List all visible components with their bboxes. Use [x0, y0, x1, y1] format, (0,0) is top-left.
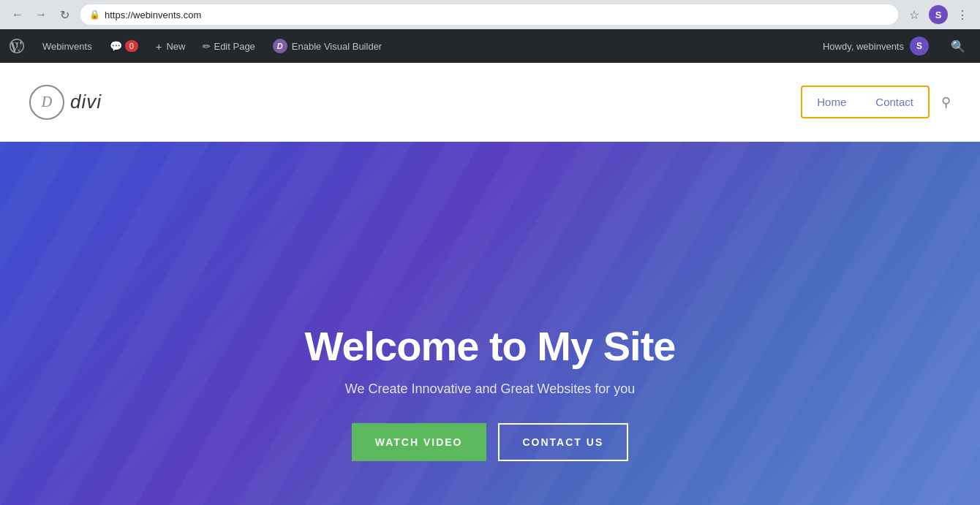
- wp-logo-button[interactable]: [0, 29, 34, 63]
- comment-icon: 💬: [110, 40, 122, 52]
- hero-section: Welcome to My Site We Create Innovative …: [0, 142, 980, 505]
- hero-subtitle: We Create Innovative and Great Websites …: [305, 381, 676, 397]
- site-nav: Home Contact: [801, 86, 930, 118]
- logo-text: divi: [70, 91, 102, 113]
- logo-letter: D: [42, 94, 52, 110]
- browser-user-avatar[interactable]: S: [929, 5, 948, 24]
- admin-bar-left: Webinvents 💬 0 + New ✏ Edit Page D Enabl…: [0, 29, 814, 63]
- logo-circle: D: [29, 85, 64, 120]
- nav-home-link[interactable]: Home: [802, 87, 861, 117]
- admin-bar-edit-page[interactable]: ✏ Edit Page: [194, 29, 263, 63]
- address-bar[interactable]: 🔒 https://webinvents.com: [80, 4, 898, 25]
- site-logo[interactable]: D divi: [29, 85, 102, 120]
- edit-label: Edit Page: [214, 41, 255, 52]
- site-header: D divi Home Contact ⚲: [0, 63, 980, 142]
- contact-us-button[interactable]: CONTACT US: [498, 423, 629, 461]
- new-item-wrapper: + New: [156, 40, 186, 53]
- lock-icon: 🔒: [89, 10, 100, 20]
- forward-button[interactable]: →: [31, 4, 51, 25]
- reload-button[interactable]: ↻: [54, 4, 75, 25]
- wp-admin-bar: Webinvents 💬 0 + New ✏ Edit Page D Enabl…: [0, 29, 980, 63]
- admin-bar-site-name[interactable]: Webinvents: [34, 29, 101, 63]
- back-button[interactable]: ←: [7, 4, 28, 25]
- bookmark-button[interactable]: ☆: [904, 4, 924, 25]
- admin-bar-right: Howdy, webinvents S 🔍: [814, 29, 980, 63]
- hero-buttons: WATCH VIDEO CONTACT US: [305, 423, 676, 461]
- admin-user-avatar: S: [910, 37, 929, 56]
- admin-bar-divi[interactable]: D Enable Visual Builder: [264, 29, 391, 63]
- edit-icon: ✏: [203, 41, 211, 52]
- browser-chrome: ← → ↻ 🔒 https://webinvents.com ☆ S ⋮: [0, 0, 980, 29]
- site-name-text: Webinvents: [42, 41, 92, 52]
- plus-icon: +: [156, 40, 162, 53]
- admin-bar-comments[interactable]: 💬 0: [101, 29, 147, 63]
- comment-count: 0: [125, 40, 138, 52]
- nav-highlight-box: Home Contact: [801, 86, 930, 118]
- admin-bar-new[interactable]: + New: [147, 29, 195, 63]
- howdy-text: Howdy, webinvents: [823, 41, 904, 52]
- divi-label: Enable Visual Builder: [292, 41, 382, 52]
- divi-icon: D: [273, 39, 287, 53]
- nav-contact-link[interactable]: Contact: [861, 87, 928, 117]
- more-button[interactable]: ⋮: [952, 4, 973, 25]
- admin-bar-search-button[interactable]: 🔍: [943, 29, 973, 63]
- hero-title: Welcome to My Site: [305, 322, 676, 370]
- new-label: New: [166, 41, 185, 52]
- browser-actions: ☆ S ⋮: [904, 4, 973, 25]
- hero-content: Welcome to My Site We Create Innovative …: [305, 322, 676, 461]
- admin-bar-howdy[interactable]: Howdy, webinvents S: [814, 29, 938, 63]
- url-text: https://webinvents.com: [105, 10, 201, 20]
- header-search-button[interactable]: ⚲: [941, 94, 951, 110]
- watch-video-button[interactable]: WATCH VIDEO: [352, 423, 486, 461]
- browser-nav-buttons: ← → ↻: [7, 4, 75, 25]
- comment-bubble: 💬 0: [110, 40, 138, 52]
